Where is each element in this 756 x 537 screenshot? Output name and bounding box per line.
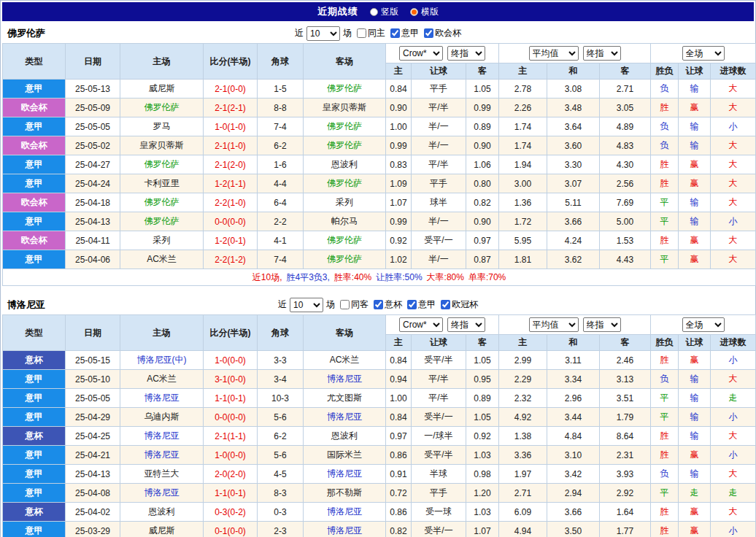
handicap-result: 输 [679,80,711,98]
avg-away: 4.83 [600,136,651,155]
handicap: 受半/一 [412,522,466,537]
filter-checkbox-2[interactable]: 意甲 [402,298,436,311]
handicap: 平/半 [412,98,466,117]
checkbox-input[interactable] [340,300,350,309]
filter-checkbox-1[interactable]: 意甲 [385,27,419,39]
radio-horizontal-layout[interactable]: 横版 [410,6,439,18]
match-date: 25-03-29 [66,522,120,537]
match-row: 欧会杯25-05-09佛罗伦萨2-1(2-1)8-8皇家贝蒂斯0.90平/半0.… [3,98,756,117]
avg-home: 2.71 [499,484,547,503]
checkbox-input[interactable] [374,300,383,309]
goals-result: 大 [711,174,756,193]
corners: 7-4 [258,250,304,269]
home-odds: 0.99 [386,212,412,231]
checkbox-input[interactable] [407,300,417,309]
score: 0-0(0-0) [204,408,258,427]
match-date: 25-04-27 [66,155,120,174]
away-odds: 0.95 [466,370,499,389]
avg-home: 1.36 [499,193,547,212]
odds-time-select[interactable]: 终指 [447,46,485,61]
home-odds: 0.86 [386,503,412,522]
odds-source-select[interactable]: Crow* [399,317,443,332]
goals-result: 大 [711,231,756,250]
league-badge: 意甲 [3,250,66,269]
handicap: 半/一 [412,117,466,136]
scope-select[interactable]: 全场 [682,46,725,61]
avg-draw: 5.11 [547,193,600,212]
result: 平 [651,484,679,503]
checkbox-input[interactable] [441,300,450,309]
filter-checkbox-0[interactable]: 同客 [335,298,369,311]
filter-checkbox-0[interactable]: 同主 [352,27,385,39]
corners: 2-3 [258,522,304,537]
score: 1-0(0-0) [204,446,258,465]
away-team: 佛罗伦萨 [304,136,386,155]
filter-checkbox-1[interactable]: 意杯 [369,298,402,311]
avg-draw: 3.66 [547,503,600,522]
handicap-result: 赢 [679,174,711,193]
checkbox-input[interactable] [390,28,400,38]
match-count-select[interactable]: 10 [306,26,340,41]
result: 平 [651,389,679,408]
match-row: 意杯25-04-02恩波利0-3(0-2)0-3博洛尼亚0.86受一球1.036… [3,503,756,522]
league-badge: 意甲 [3,155,66,174]
league-badge: 意甲 [3,117,66,136]
home-team: 博洛尼亚 [120,389,204,408]
match-count-select[interactable]: 10 [290,298,323,312]
league-badge: 欧会杯 [3,193,66,212]
goals-result: 大 [711,465,756,484]
match-row: 意甲25-04-21博洛尼亚1-0(0-0)5-6国际米兰0.86受平/半1.0… [3,446,756,465]
home-team: 佛罗伦萨 [120,193,204,212]
handicap: 受平/半 [412,351,466,370]
column-header: 主 [499,63,547,80]
league-badge: 意甲 [3,370,66,389]
goals-result: 大 [711,136,756,155]
score: 2-2(1-0) [204,193,258,212]
odds-time-select[interactable]: 终指 [447,317,485,332]
handicap: 受一球 [412,503,466,522]
column-header: 主 [386,63,412,80]
checkbox-input[interactable] [424,28,433,38]
handicap-result: 输 [679,117,711,136]
match-date: 25-05-10 [66,370,120,389]
home-team: AC米兰 [120,250,204,269]
avg-draw: 3.62 [547,250,600,269]
away-odds: 0.99 [466,98,499,117]
filter-checkbox-2[interactable]: 欧会杯 [419,27,461,39]
corners: 8-8 [258,98,304,117]
average-select[interactable]: 平均值 [529,46,579,61]
away-odds: 0.87 [466,250,499,269]
avg-home: 1.81 [499,250,547,269]
avg-away: 5.00 [600,212,651,231]
result: 胜 [651,174,679,193]
league-badge: 意甲 [3,212,66,231]
average-time-select[interactable]: 终指 [583,46,621,61]
corners: 6-2 [258,427,304,446]
summary-row: 近10场,胜4平3负3,胜率:40%让胜率:50%大率:80%单率:70% [3,269,756,286]
scope-select[interactable]: 全场 [682,317,725,332]
avg-away: 2.92 [600,484,651,503]
column-header: 进球数 [711,63,756,80]
column-header: 让球 [679,335,711,351]
match-row: 意甲25-04-13亚特兰大2-0(2-0)4-5博洛尼亚0.91半球0.981… [3,465,756,484]
home-odds: 0.91 [386,465,412,484]
checkbox-input[interactable] [357,28,366,38]
away-team: 恩波利 [304,427,386,446]
corners: 8-3 [258,484,304,503]
odds-source-select[interactable]: Crow* [399,46,443,61]
avg-home: 1.74 [499,117,547,136]
result: 平 [651,212,679,231]
average-select[interactable]: 平均值 [529,317,579,332]
match-date: 25-04-29 [66,408,120,427]
column-header: 和 [547,63,600,80]
average-time-select[interactable]: 终指 [583,317,621,332]
filter-checkbox-3[interactable]: 欧冠杯 [436,298,478,311]
radio-vertical-layout[interactable]: 竖版 [370,6,398,18]
goals-result: 小 [711,522,756,537]
topbar: 近期战绩 竖版 横版 [2,2,754,21]
match-row: 欧会杯25-04-18佛罗伦萨2-2(1-0)6-4采列1.07球半0.821.… [3,193,756,212]
handicap-result: 赢 [679,155,711,174]
avg-home: 4.94 [499,522,547,537]
handicap-result: 输 [679,212,711,231]
away-odds: 0.80 [466,174,499,193]
